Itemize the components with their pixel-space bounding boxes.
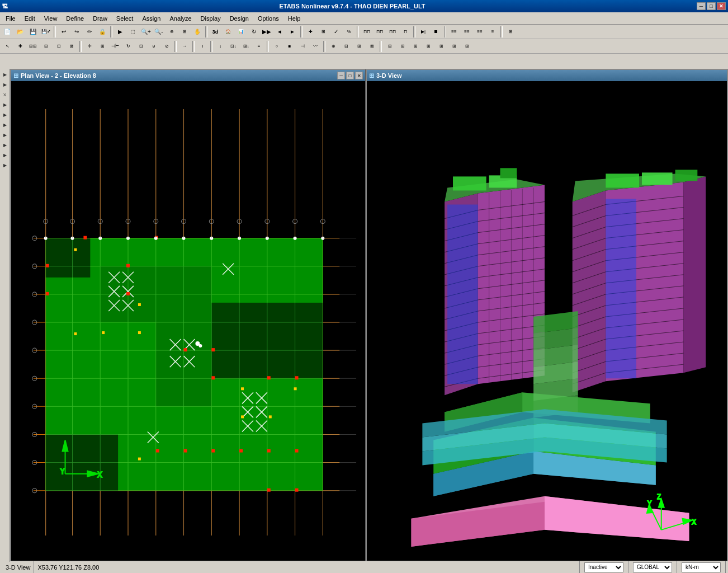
local-axis-button[interactable]: ⊕ [327, 40, 339, 53]
floor-loads-button[interactable]: ⊞↓ [240, 40, 252, 53]
zoom-out-button[interactable]: 🔍- [153, 26, 165, 38]
sidebar-btn-10[interactable]: ▶ [1, 161, 10, 170]
sidebar-btn-1[interactable]: ▶ [1, 70, 10, 79]
elev-button[interactable]: 📊 [235, 26, 247, 38]
plan-view-close[interactable]: ✕ [355, 72, 363, 79]
ratio-button[interactable]: % [343, 26, 355, 38]
menu-design[interactable]: Design [225, 14, 253, 23]
section-button[interactable]: ⊓⊓ [374, 26, 386, 38]
move-button[interactable]: ✛ [83, 40, 96, 53]
assign-frame-button[interactable]: I [196, 40, 209, 53]
more-btn4[interactable]: ⊞ [422, 40, 434, 53]
menu-edit[interactable]: Edit [20, 14, 40, 23]
menu-assign[interactable]: Assign [138, 14, 165, 23]
zoom-all-button[interactable]: ⊞ [178, 26, 191, 38]
sidebar-btn-7[interactable]: ▶ [1, 130, 10, 139]
shells-button[interactable]: ⊡ [53, 40, 65, 53]
nodes-button[interactable]: ⊓⊓ [361, 26, 373, 38]
extra-btn1[interactable]: ⊞ [504, 26, 517, 38]
status-coord-dropdown[interactable]: GLOBAL LOCAL [633, 562, 672, 572]
persp-button[interactable]: ↻ [248, 26, 260, 38]
intersect-button[interactable]: ✚ [14, 40, 26, 53]
fix-joint-button[interactable]: ■ [283, 40, 296, 53]
menu-file[interactable]: File [1, 14, 20, 23]
menu-select[interactable]: Select [112, 14, 138, 23]
stop-button[interactable]: ⏹ [430, 26, 442, 38]
pointer2-button[interactable]: ↖ [1, 40, 13, 53]
rubber-band-button[interactable]: ⬚ [127, 26, 139, 38]
menu-define[interactable]: Define [62, 14, 88, 23]
display-opts3-button[interactable]: ≡≡ [474, 26, 486, 38]
display-opts4-button[interactable]: ≡ [486, 26, 499, 38]
save-model-button[interactable]: 💾✓ [40, 26, 52, 38]
insert-pt-button[interactable]: ⊞ [353, 40, 365, 53]
redo-button[interactable]: ↪ [70, 26, 83, 38]
anim-button[interactable]: ▶▶ [261, 26, 273, 38]
plan-button[interactable]: 🏠 [222, 26, 234, 38]
mirror-button[interactable]: ⊣⊢ [109, 40, 121, 53]
shell-loads-button[interactable]: ⊡↓ [227, 40, 239, 53]
rotate-button[interactable]: ↻ [122, 40, 134, 53]
pin-joint-button[interactable]: ○ [271, 40, 283, 53]
display-opts2-button[interactable]: ≡≡ [461, 26, 473, 38]
scale-button[interactable]: ⊡ [135, 40, 147, 53]
menu-view[interactable]: View [40, 14, 62, 23]
sidebar-btn-9[interactable]: ▶ [1, 151, 10, 159]
plan-view-maximize[interactable]: □ [346, 72, 354, 79]
snap-grid-button[interactable]: ⊞ [317, 26, 329, 38]
3d-canvas[interactable]: X Y Z [367, 81, 727, 561]
sidebar-btn-8[interactable]: ▶ [1, 140, 10, 149]
display-opts-button[interactable]: ≡≡ [448, 26, 460, 38]
maximize-button[interactable]: □ [707, 2, 716, 10]
arrow-right-button[interactable]: ► [286, 26, 299, 38]
status-mode-dropdown[interactable]: Inactive Active [584, 562, 623, 572]
coord-button[interactable]: ⊓ [399, 26, 412, 38]
spec-load-button[interactable]: ≡ [253, 40, 265, 53]
sidebar-btn-5[interactable]: ▶ [1, 110, 10, 119]
more-btn1[interactable]: ⊞ [384, 40, 396, 53]
save-button[interactable]: 💾 [27, 26, 39, 38]
status-units-dropdown[interactable]: kN-m kN-mm N-m [682, 562, 721, 572]
copy-button[interactable]: ⊞ [96, 40, 108, 53]
frames-button[interactable]: ⊟ [40, 40, 52, 53]
pan-button[interactable]: ✋ [191, 26, 204, 38]
menu-draw[interactable]: Draw [88, 14, 112, 23]
links-button[interactable]: ⊠ [65, 40, 78, 53]
plan-canvas[interactable]: Y X [11, 81, 365, 561]
plan-view-minimize[interactable]: ─ [337, 72, 345, 79]
merge-button[interactable]: ⊎ [148, 40, 160, 53]
menu-options[interactable]: Options [253, 14, 283, 23]
offset-button[interactable]: ⊟ [340, 40, 352, 53]
shear-button[interactable]: ⊓⊓ [386, 26, 399, 38]
more-btn7[interactable]: ⊞ [461, 40, 473, 53]
sidebar-btn-2[interactable]: ▶ [1, 80, 10, 89]
menu-help[interactable]: Help [283, 14, 305, 23]
spring-button[interactable]: 〰 [309, 40, 322, 53]
new-button[interactable]: 📄 [1, 26, 13, 38]
close-button[interactable]: ✕ [717, 2, 726, 10]
3d-button[interactable]: 3d [209, 26, 221, 38]
releases-button[interactable]: ⊣ [296, 40, 309, 53]
nodes2-button[interactable]: ⊞⊞ [27, 40, 39, 53]
zoom-in-button[interactable]: 🔍+ [140, 26, 152, 38]
check-button[interactable]: ✓ [330, 26, 342, 38]
frame-loads-button[interactable]: ↓ [214, 40, 226, 53]
hinge-button[interactable]: ⊠ [366, 40, 378, 53]
more-btn6[interactable]: ⊞ [448, 40, 460, 53]
sidebar-btn-6[interactable]: ▶ [1, 120, 10, 129]
arrow-left-button[interactable]: ◄ [273, 26, 286, 38]
lock-button[interactable]: 🔒 [96, 26, 108, 38]
open-button[interactable]: 📂 [14, 26, 26, 38]
divide-button[interactable]: ⊘ [160, 40, 173, 53]
minimize-button[interactable]: ─ [697, 2, 706, 10]
more-btn3[interactable]: ⊞ [409, 40, 422, 53]
undo-button[interactable]: ↩ [58, 26, 70, 38]
menu-display[interactable]: Display [196, 14, 225, 23]
pointer-button[interactable]: ▶ [114, 26, 126, 38]
zoom-window-button[interactable]: ⊕ [166, 26, 178, 38]
snap-button[interactable]: ✚ [304, 26, 316, 38]
pen-button[interactable]: ✏ [83, 26, 96, 38]
sidebar-btn-4[interactable]: ▶ [1, 100, 10, 109]
more-btn2[interactable]: ⊞ [396, 40, 409, 53]
more-btn5[interactable]: ⊞ [435, 40, 447, 53]
